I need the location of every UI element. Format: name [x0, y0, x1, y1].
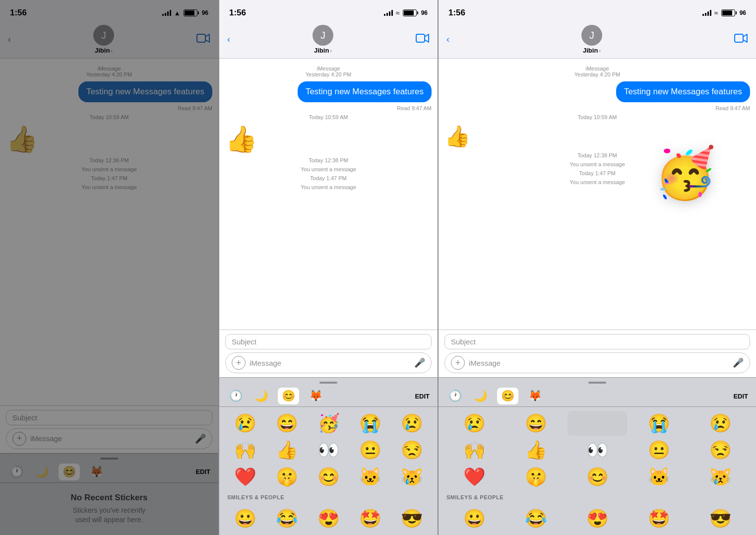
emoji-hands-r[interactable]: 🙌	[444, 438, 504, 463]
emoji-grin-r[interactable]: 😀	[444, 506, 504, 531]
emoji-weary[interactable]: 😢	[392, 411, 432, 436]
imessage-meta-right: iMessageYesterday 4:20 PM	[444, 66, 750, 77]
left-panel: 1:56 ▲ 96 ‹ J Jibin ›	[0, 0, 218, 535]
video-button-left[interactable]	[196, 33, 210, 46]
emoji-neutral[interactable]: 😐	[350, 438, 390, 463]
read-receipt-right: Read 9:47 AM	[444, 105, 750, 111]
edit-button-right[interactable]: EDIT	[733, 393, 748, 400]
emoji-thumbsup[interactable]: 👍	[267, 438, 307, 463]
tab-sticker-middle[interactable]: 🦊	[307, 388, 324, 404]
tab-emoji-right[interactable]: 😊	[497, 388, 518, 404]
back-button-middle[interactable]: ‹	[227, 34, 230, 45]
emoji-grin[interactable]: 😀	[225, 506, 265, 531]
mic-button-left[interactable]: 🎤	[195, 433, 206, 444]
emoji-laugh-r[interactable]: 😄	[506, 411, 566, 436]
tab-moon-middle[interactable]: 🌙	[252, 388, 270, 404]
emoji-crycat[interactable]: 😿	[392, 465, 432, 489]
mic-button-right[interactable]: 🎤	[733, 357, 744, 368]
today-meta-left: Today 10:59 AM	[6, 114, 212, 120]
nav-center-middle: J Jibin ›	[313, 25, 333, 54]
message-placeholder-left: iMessage	[30, 434, 191, 443]
emoji-heart-r[interactable]: ❤️	[444, 465, 504, 489]
emoji-star-struck-r[interactable]: 🤩	[629, 506, 689, 531]
back-button-left[interactable]: ‹	[8, 34, 11, 45]
emoji-crycat-r[interactable]: 😿	[691, 465, 750, 489]
no-recent-sub-left: Stickers you've recentlyused will appear…	[73, 506, 146, 525]
emoji-star-struck[interactable]: 🤩	[350, 506, 390, 531]
mic-button-middle[interactable]: 🎤	[414, 357, 425, 368]
battery-label-right: 96	[740, 9, 746, 16]
emoji-cool[interactable]: 😎	[392, 506, 432, 531]
emoji-cat[interactable]: 🐱	[350, 465, 390, 489]
unsent2-meta-middle: Today 1:47 PM	[225, 175, 432, 181]
emoji-eyes[interactable]: 👀	[309, 438, 348, 463]
emoji-unamused-r[interactable]: 😒	[691, 438, 750, 463]
tab-recent-left[interactable]: 🕐	[8, 464, 25, 480]
emoji-shush[interactable]: 🤫	[267, 465, 307, 489]
section-label-right: SMILEYS & PEOPLE	[439, 493, 756, 502]
plus-button-right[interactable]: +	[451, 356, 465, 370]
unsent2-text-left: You unsent a message	[6, 184, 212, 190]
video-button-right[interactable]	[734, 33, 748, 46]
unsent1-meta-right: Today 12:38 PM	[444, 152, 750, 158]
plus-button-left[interactable]: +	[12, 432, 26, 446]
middle-panel: 1:56 ≈ 96 ‹ J Jibin ›	[219, 0, 438, 535]
emoji-picker-right: 🕐 🌙 😊 🦊 EDIT 😢 😄 😭 😢 🙌 👍 👀 😐 😒 ❤️ 🤫 😊 🐱 …	[439, 377, 756, 535]
chevron-right-icon-right: ›	[599, 48, 601, 54]
status-time-left: 1:56	[10, 8, 27, 18]
thumbs-up-left: 👍	[6, 126, 212, 152]
emoji-joy[interactable]: 😂	[267, 506, 307, 531]
tab-recent-right[interactable]: 🕐	[446, 388, 464, 404]
edit-button-middle[interactable]: EDIT	[415, 393, 430, 400]
bubble-row-middle: Testing new Messages features	[225, 81, 432, 102]
emoji-thumbsup-r[interactable]: 👍	[506, 438, 566, 463]
emoji-smile[interactable]: 😊	[309, 465, 348, 489]
emoji-unamused[interactable]: 😒	[392, 438, 432, 463]
emoji-party[interactable]: 🥳	[309, 411, 348, 436]
emoji-picker-left: 🕐 🌙 😊 🦊 EDIT No Recent Stickers Stickers…	[0, 453, 218, 535]
tab-moon-right[interactable]: 🌙	[472, 388, 489, 404]
tab-emoji-middle[interactable]: 😊	[278, 388, 299, 404]
emoji-sob-r[interactable]: 😭	[629, 411, 689, 436]
emoji-joy-r[interactable]: 😂	[506, 506, 566, 531]
emoji-hands[interactable]: 🙌	[225, 438, 265, 463]
emoji-cry[interactable]: 😢	[225, 411, 265, 436]
emoji-sob[interactable]: 😭	[350, 411, 390, 436]
emoji-smile-r[interactable]: 😊	[567, 465, 627, 489]
status-icons-middle: ≈ 96	[384, 9, 428, 17]
subject-input-middle[interactable]: Subject	[225, 334, 432, 349]
emoji-cry-r[interactable]: 😢	[444, 411, 504, 436]
signal-icon-left	[162, 10, 171, 16]
subject-input-left[interactable]: Subject	[6, 410, 212, 425]
tab-emoji-left[interactable]: 😊	[59, 464, 80, 480]
subject-input-right[interactable]: Subject	[444, 334, 750, 349]
unsent1-meta-left: Today 12:38 PM	[6, 157, 212, 163]
emoji-cool-r[interactable]: 😎	[691, 506, 750, 531]
status-icons-right: ≈ 96	[702, 9, 746, 17]
nav-center-right: J Jibin ›	[581, 25, 602, 54]
emoji-heart-eyes[interactable]: 😍	[309, 506, 348, 531]
video-button-middle[interactable]	[416, 33, 430, 46]
input-area-middle: Subject + iMessage 🎤	[219, 330, 438, 377]
unsent1-meta-middle: Today 12:38 PM	[225, 157, 432, 163]
tab-recent-middle[interactable]: 🕐	[227, 388, 245, 404]
wifi-icon-right: ≈	[714, 9, 718, 17]
emoji-eyes-r[interactable]: 👀	[567, 438, 627, 463]
edit-button-left[interactable]: EDIT	[195, 468, 210, 475]
imessage-meta-left: iMessageYesterday 4:20 PM	[6, 66, 212, 77]
contact-name-right: Jibin ›	[583, 47, 601, 54]
tab-sticker-right[interactable]: 🦊	[526, 388, 544, 404]
back-button-right[interactable]: ‹	[446, 34, 449, 45]
emoji-shush-r[interactable]: 🤫	[506, 465, 566, 489]
section-label-middle: SMILEYS & PEOPLE	[219, 493, 438, 502]
emoji-heart[interactable]: ❤️	[225, 465, 265, 489]
emoji-neutral-r[interactable]: 😐	[629, 438, 689, 463]
tab-sticker-left[interactable]: 🦊	[88, 464, 105, 480]
plus-button-middle[interactable]: +	[232, 356, 246, 370]
emoji-heart-eyes-r[interactable]: 😍	[567, 506, 627, 531]
emoji-weary-r[interactable]: 😢	[691, 411, 750, 436]
svg-rect-0	[197, 34, 205, 42]
emoji-cat-r[interactable]: 🐱	[629, 465, 689, 489]
tab-moon-left[interactable]: 🌙	[33, 464, 51, 480]
emoji-laugh[interactable]: 😄	[267, 411, 307, 436]
